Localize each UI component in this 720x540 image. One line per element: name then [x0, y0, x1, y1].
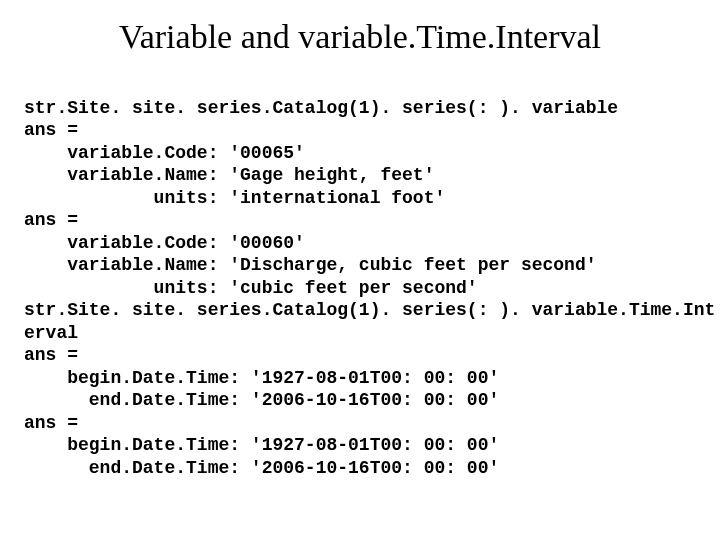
code-line: end.Date.Time: '2006-10-16T00: 00: 00' [24, 390, 499, 410]
code-line: ans = [24, 120, 78, 140]
code-line: ans = [24, 345, 78, 365]
slide: Variable and variable.Time.Interval str.… [0, 0, 720, 512]
code-line: variable.Code: '00065' [24, 143, 305, 163]
code-line: begin.Date.Time: '1927-08-01T00: 00: 00' [24, 368, 499, 388]
code-line: begin.Date.Time: '1927-08-01T00: 00: 00' [24, 435, 499, 455]
code-line: end.Date.Time: '2006-10-16T00: 00: 00' [24, 458, 499, 478]
code-line: str.Site. site. series.Catalog(1). serie… [24, 98, 618, 118]
code-line: units: 'cubic feet per second' [24, 278, 478, 298]
code-line: units: 'international foot' [24, 188, 445, 208]
code-line: str.Site. site. series.Catalog(1). serie… [24, 300, 715, 320]
code-line: ans = [24, 413, 78, 433]
code-block: str.Site. site. series.Catalog(1). serie… [24, 74, 696, 502]
code-line: variable.Name: 'Gage height, feet' [24, 165, 434, 185]
code-line: erval [24, 323, 78, 343]
code-line: variable.Code: '00060' [24, 233, 305, 253]
code-line: variable.Name: 'Discharge, cubic feet pe… [24, 255, 597, 275]
slide-title: Variable and variable.Time.Interval [24, 18, 696, 56]
code-line: ans = [24, 210, 78, 230]
